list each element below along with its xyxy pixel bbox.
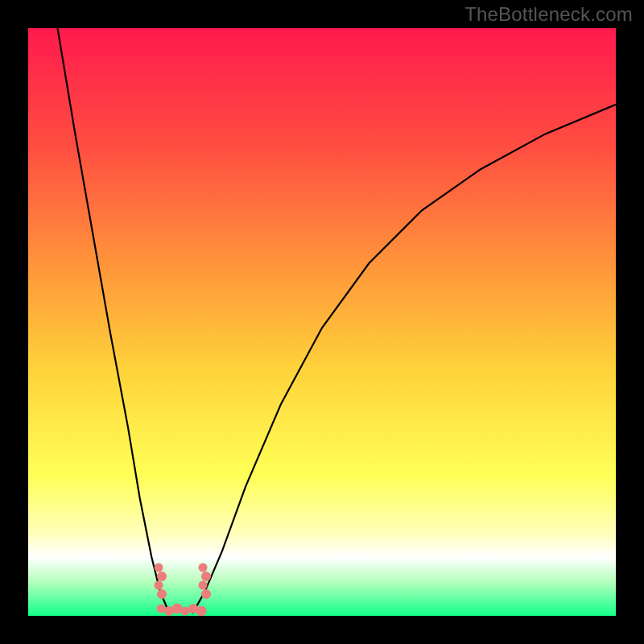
chart-frame: TheBottleneck.com: [0, 0, 644, 644]
marker-right-cluster-0: [199, 563, 208, 572]
marker-right-cluster-2: [199, 580, 208, 589]
plot-area: [28, 28, 616, 616]
marker-layer: [28, 28, 616, 616]
marker-bottom-cluster-5: [196, 605, 206, 616]
marker-left-cluster-3: [157, 589, 167, 599]
watermark-text: TheBottleneck.com: [464, 3, 633, 26]
marker-right-cluster-3: [201, 589, 211, 599]
marker-left-cluster-0: [155, 563, 163, 572]
marker-left-cluster-1: [157, 572, 167, 581]
marker-left-cluster-2: [155, 580, 163, 589]
marker-right-cluster-1: [201, 572, 211, 581]
